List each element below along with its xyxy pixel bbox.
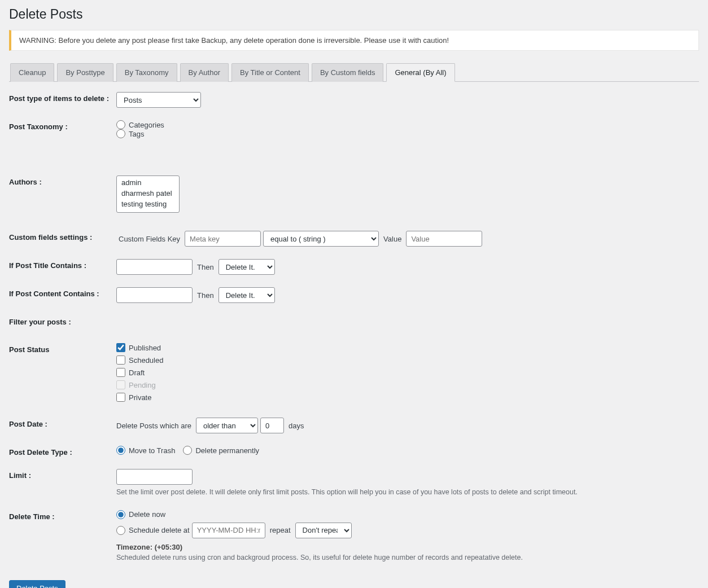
delete-type-perm-label: Delete permanently	[195, 446, 259, 455]
schedule-delete-radio[interactable]	[116, 526, 125, 535]
delete-type-trash-radio[interactable]	[116, 446, 125, 455]
taxonomy-tags-label: Tags	[129, 130, 144, 138]
tabs: Cleanup By Posttype By Taxonomy By Autho…	[9, 63, 699, 82]
title-action-select[interactable]: Delete It.	[218, 259, 275, 275]
schedule-help: Scheduled delete runs using cron and bac…	[116, 552, 699, 563]
status-private-label: Private	[129, 393, 151, 402]
post-date-label: Post Date :	[9, 418, 116, 428]
tab-by-taxonomy[interactable]: By Taxonomy	[116, 63, 177, 82]
tab-by-posttype[interactable]: By Posttype	[57, 63, 113, 82]
delete-type-perm-radio[interactable]	[183, 446, 192, 455]
status-scheduled-checkbox[interactable]	[116, 356, 125, 365]
content-then-label: Then	[197, 291, 214, 300]
delete-type-label: Post Delete Type :	[9, 446, 116, 457]
cf-key-label: Custom Fields Key	[119, 235, 180, 243]
tab-by-custom-fields[interactable]: By Custom fields	[312, 63, 384, 82]
status-draft-label: Draft	[129, 368, 145, 377]
delete-time-label: Delete Time :	[9, 510, 116, 521]
timezone-text: Timezone: (+05:30)	[116, 543, 699, 551]
status-pending-label: Pending	[129, 381, 156, 389]
tab-cleanup[interactable]: Cleanup	[10, 63, 54, 82]
repeat-select[interactable]: Don't repeat	[295, 523, 352, 538]
post-taxonomy-label: Post Taxonomy :	[9, 120, 116, 131]
post-date-op-select[interactable]: older than	[196, 418, 258, 433]
delete-now-radio[interactable]	[116, 510, 125, 519]
status-private-checkbox[interactable]	[116, 393, 125, 402]
cf-value-label: Value	[383, 235, 401, 243]
limit-help: Set the limit over post delete. It will …	[116, 487, 699, 498]
title-then-label: Then	[197, 263, 214, 271]
cf-key-input[interactable]	[185, 231, 261, 247]
warning-banner: WARNING: Before you delete any post plea…	[9, 30, 699, 51]
custom-fields-label: Custom fields settings :	[9, 231, 116, 242]
title-contains-input[interactable]	[116, 259, 193, 275]
delete-posts-button[interactable]: Delete Posts	[9, 580, 65, 589]
delete-type-trash-label: Move to Trash	[129, 446, 175, 455]
schedule-delete-label: Schedule delete at	[129, 526, 190, 534]
content-contains-input[interactable]	[116, 287, 193, 303]
page-title: Delete Posts	[9, 0, 699, 27]
authors-select[interactable]: admin dharmesh patel testing testing	[116, 175, 180, 213]
cf-compare-select[interactable]: equal to ( string )	[263, 231, 379, 247]
post-type-select[interactable]: Posts	[116, 92, 201, 108]
status-published-checkbox[interactable]	[116, 343, 125, 352]
taxonomy-categories-radio[interactable]	[116, 120, 125, 129]
post-date-value-input[interactable]	[260, 418, 284, 433]
authors-label: Authors :	[9, 175, 116, 186]
post-date-suffix: days	[289, 422, 304, 430]
status-scheduled-label: Scheduled	[129, 356, 163, 365]
taxonomy-categories-label: Categories	[129, 121, 164, 129]
post-date-prefix: Delete Posts which are	[116, 422, 191, 430]
status-pending-checkbox	[116, 380, 125, 389]
cf-value-input[interactable]	[406, 231, 482, 247]
content-action-select[interactable]: Delete It.	[218, 287, 275, 303]
post-status-label: Post Status	[9, 343, 116, 354]
tab-general[interactable]: General (By All)	[386, 63, 454, 82]
status-draft-checkbox[interactable]	[116, 368, 125, 377]
filter-label: Filter your posts :	[9, 315, 116, 326]
delete-now-label: Delete now	[129, 510, 165, 519]
limit-input[interactable]	[116, 469, 193, 485]
repeat-label: repeat	[270, 526, 291, 534]
limit-label: Limit :	[9, 469, 116, 480]
status-published-label: Published	[129, 344, 161, 352]
title-contains-label: If Post Title Contains :	[9, 259, 116, 270]
schedule-datetime-input[interactable]	[192, 523, 265, 538]
taxonomy-tags-radio[interactable]	[116, 129, 125, 138]
post-type-label: Post type of items to delete :	[9, 92, 116, 103]
content-contains-label: If Post Content Contains :	[9, 287, 116, 298]
tab-by-author[interactable]: By Author	[180, 63, 229, 82]
tab-by-title-content[interactable]: By Title or Content	[231, 63, 309, 82]
